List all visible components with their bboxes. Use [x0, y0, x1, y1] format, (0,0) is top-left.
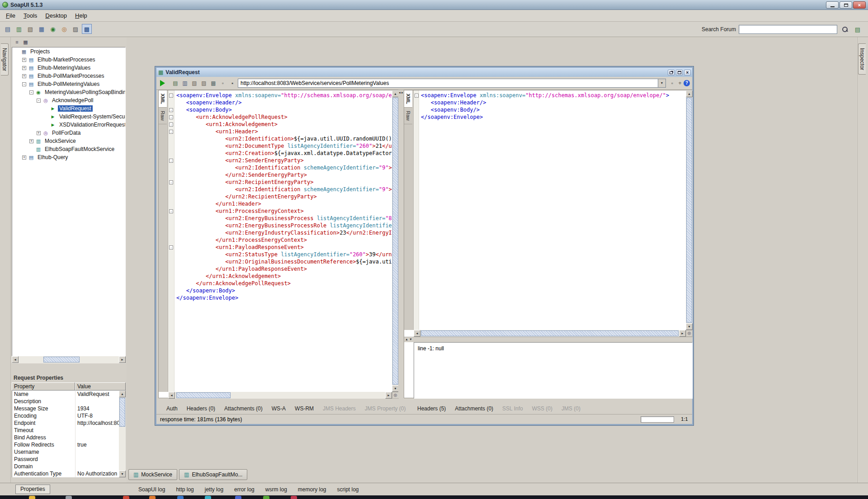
- trial-icon[interactable]: ◎: [59, 24, 69, 34]
- minimized-window-elhubsoapfaultmo[interactable]: ▥ElhubSoapFaultMo...: [179, 469, 247, 480]
- frame-maximize-button[interactable]: [676, 70, 683, 75]
- tree-item-elhub-query[interactable]: +▤Elhub-Query: [12, 153, 125, 161]
- tree-item-acknowledgepoll[interactable]: -◎AcknowledgePoll: [12, 96, 125, 104]
- collapse-handle-icon[interactable]: -: [37, 99, 41, 103]
- copy-xml-icon[interactable]: ▧: [191, 80, 198, 87]
- tree-item-pollfordata[interactable]: +◎PollForData: [12, 129, 125, 137]
- property-value[interactable]: [75, 427, 119, 434]
- editor-view-tab-raw[interactable]: Raw: [404, 108, 412, 124]
- scroll-up-icon[interactable]: ▲: [686, 90, 693, 97]
- search-forum-input[interactable]: [739, 25, 837, 34]
- scroll-up-icon[interactable]: ▲: [119, 391, 126, 397]
- fold-toggle-icon[interactable]: -: [169, 108, 173, 112]
- fold-toggle-icon[interactable]: -: [169, 245, 173, 250]
- maximize-button[interactable]: [840, 1, 852, 9]
- scroll-left-icon[interactable]: ◄: [12, 356, 19, 363]
- request-tab-jms-property-0[interactable]: JMS Property (0): [361, 405, 410, 413]
- property-value[interactable]: [75, 448, 119, 456]
- expand-handle-icon[interactable]: +: [22, 66, 26, 70]
- log-tab-http-log[interactable]: http log: [170, 485, 199, 494]
- tree-item-meteringvaluespollingsoapbinding[interactable]: -◉MeteringValuesPollingSoapBinding: [12, 88, 125, 96]
- menu-help[interactable]: Help: [71, 11, 91, 20]
- property-value[interactable]: [75, 434, 119, 441]
- expand-handle-icon[interactable]: +: [29, 139, 33, 143]
- property-row-bind-address[interactable]: Bind Address: [12, 434, 119, 441]
- log-tab-soapui-log[interactable]: SoapUI log: [133, 485, 170, 494]
- property-value[interactable]: UTF-8: [75, 412, 119, 419]
- tree-item-xsdvalidationerrorrequest[interactable]: ►XSDValidationErrorRequest: [12, 121, 125, 129]
- scroll-right-icon[interactable]: ►: [679, 330, 686, 337]
- fold-toggle-icon[interactable]: -: [169, 180, 173, 184]
- preferences-icon[interactable]: ▨: [71, 24, 80, 34]
- fold-toggle-icon[interactable]: -: [169, 209, 173, 213]
- properties-bottom-tab[interactable]: Properties: [15, 485, 50, 494]
- zoom-corner-icon[interactable]: ◎: [392, 392, 399, 399]
- save-all-icon[interactable]: ▦: [37, 24, 47, 34]
- fold-toggle-icon[interactable]: -: [169, 122, 173, 127]
- navigator-tab[interactable]: Navigator: [1, 43, 9, 75]
- property-row-domain[interactable]: Domain: [12, 463, 119, 470]
- property-value[interactable]: true: [75, 441, 119, 448]
- scrollbar-thumb[interactable]: [686, 98, 692, 323]
- forum-icon[interactable]: ◉: [48, 24, 58, 34]
- response-vertical-scrollbar[interactable]: ▲ ▼: [686, 90, 693, 330]
- tree-horizontal-scrollbar[interactable]: ◄ ►: [12, 356, 126, 363]
- endpoint-dropdown-icon[interactable]: ▼: [658, 79, 665, 87]
- response-xml-editor[interactable]: <soapenv:Envelope xmlns:soapenv="http://…: [419, 90, 686, 330]
- create-empty-icon[interactable]: ▫: [219, 80, 226, 87]
- request-horizontal-scrollbar[interactable]: ◄ ►: [168, 392, 392, 399]
- property-value[interactable]: 1934: [75, 405, 119, 412]
- taskbar-icon[interactable]: [177, 496, 184, 499]
- property-row-message-size[interactable]: Message Size1934: [12, 405, 119, 412]
- property-row-name[interactable]: NameValidRequest: [12, 391, 119, 398]
- search-button[interactable]: [840, 24, 850, 34]
- scrollbar-thumb[interactable]: [43, 357, 80, 362]
- menu-tools[interactable]: Tools: [19, 11, 41, 20]
- add-to-mockservice-icon[interactable]: ▥: [181, 80, 189, 87]
- property-row-endpoint[interactable]: Endpointhttp://localhost:80...: [12, 419, 119, 427]
- request-tab-auth[interactable]: Auth: [163, 405, 181, 413]
- property-row-encoding[interactable]: EncodingUTF-8: [12, 412, 119, 419]
- taskbar[interactable]: [0, 495, 868, 499]
- taskbar-icon[interactable]: [123, 496, 129, 499]
- minimize-button[interactable]: [826, 1, 839, 9]
- taskbar-icon[interactable]: [263, 496, 269, 499]
- expand-down-icon[interactable]: ▼: [409, 338, 413, 341]
- response-log-panel[interactable]: line -1: null: [414, 342, 693, 399]
- property-value[interactable]: [75, 398, 119, 405]
- tree-item-mockservice[interactable]: +▥MockService: [12, 137, 125, 145]
- taskbar-icon[interactable]: [235, 496, 241, 499]
- add-endpoint-icon[interactable]: +: [676, 80, 684, 87]
- property-value[interactable]: http://localhost:80...: [75, 419, 119, 427]
- scroll-down-icon[interactable]: ▼: [119, 471, 126, 477]
- navigator-options-icon[interactable]: ≡: [14, 39, 20, 46]
- properties-vertical-scrollbar[interactable]: ▲ ▼: [119, 391, 126, 477]
- fold-toggle-icon[interactable]: -: [169, 130, 173, 134]
- minimized-window-mockservice[interactable]: ▥MockService: [128, 469, 177, 480]
- menu-desktop[interactable]: Desktop: [41, 11, 71, 20]
- request-xml-editor[interactable]: <soapenv:Envelope xmlns:soapenv="http://…: [175, 90, 392, 392]
- order-icon[interactable]: ▪: [229, 80, 236, 87]
- inspector-tab[interactable]: Inspector: [858, 43, 866, 75]
- response-tab-ssl-info[interactable]: SSL Info: [499, 405, 527, 413]
- request-window-titlebar[interactable]: ▦ ValidRequest ×: [156, 68, 692, 77]
- expand-handle-icon[interactable]: +: [22, 58, 26, 62]
- taskbar-icon[interactable]: [291, 496, 297, 499]
- editor-view-tab-raw[interactable]: Raw: [159, 108, 167, 124]
- scroll-left-icon[interactable]: ◄: [168, 392, 175, 399]
- tree-item-projects[interactable]: ▦Projects: [12, 47, 125, 56]
- response-tab-wss-0[interactable]: WSS (0): [528, 405, 556, 413]
- scroll-down-icon[interactable]: ▼: [686, 323, 693, 330]
- fold-toggle-icon[interactable]: -: [169, 159, 173, 163]
- expand-up-icon[interactable]: ▲: [405, 338, 409, 341]
- scroll-down-icon[interactable]: ▼: [392, 385, 399, 392]
- tree-item-validrequest-system-securi[interactable]: ►ValidRequest-System/Securi: [12, 113, 125, 121]
- fold-toggle-icon[interactable]: -: [169, 115, 173, 119]
- editor-view-tab-xml[interactable]: XML: [159, 90, 167, 108]
- help-icon[interactable]: ?: [684, 80, 690, 86]
- log-tab-wsrm-log[interactable]: wsrm log: [260, 485, 292, 494]
- scrollbar-thumb[interactable]: [176, 392, 231, 398]
- fold-toggle-icon[interactable]: -: [415, 94, 419, 98]
- tree-item-elhub-pollmarketprocesses[interactable]: +▤Elhub-PollMarketProcesses: [12, 72, 125, 80]
- new-soap-project-icon[interactable]: ▤: [3, 24, 13, 34]
